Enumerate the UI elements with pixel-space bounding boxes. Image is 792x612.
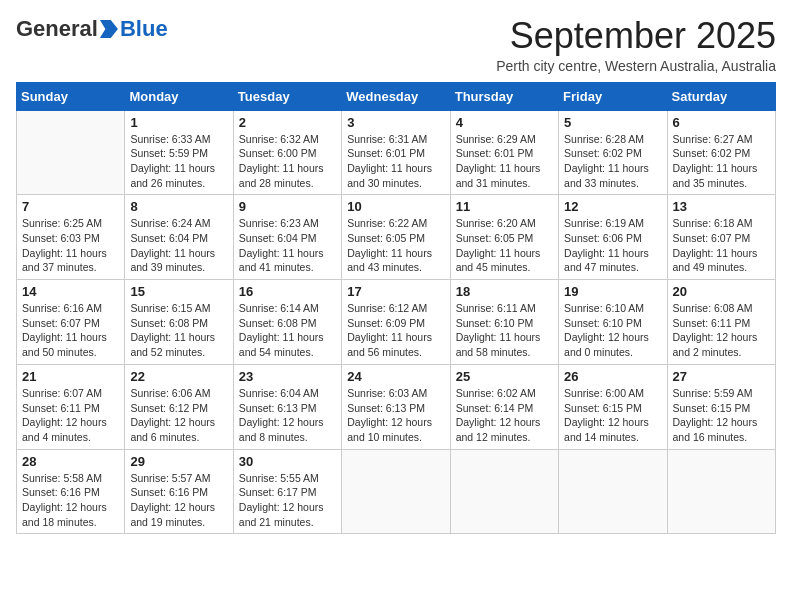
day-info: Sunrise: 5:57 AM Sunset: 6:16 PM Dayligh… <box>130 471 227 530</box>
calendar-week-row: 14Sunrise: 6:16 AM Sunset: 6:07 PM Dayli… <box>17 280 776 365</box>
calendar-cell: 17Sunrise: 6:12 AM Sunset: 6:09 PM Dayli… <box>342 280 450 365</box>
day-number: 16 <box>239 284 336 299</box>
day-info: Sunrise: 6:31 AM Sunset: 6:01 PM Dayligh… <box>347 132 444 191</box>
calendar-cell: 3Sunrise: 6:31 AM Sunset: 6:01 PM Daylig… <box>342 110 450 195</box>
calendar-header-sunday: Sunday <box>17 82 125 110</box>
day-number: 30 <box>239 454 336 469</box>
calendar-cell: 5Sunrise: 6:28 AM Sunset: 6:02 PM Daylig… <box>559 110 667 195</box>
day-info: Sunrise: 6:15 AM Sunset: 6:08 PM Dayligh… <box>130 301 227 360</box>
day-info: Sunrise: 6:10 AM Sunset: 6:10 PM Dayligh… <box>564 301 661 360</box>
calendar-cell: 23Sunrise: 6:04 AM Sunset: 6:13 PM Dayli… <box>233 364 341 449</box>
day-info: Sunrise: 6:06 AM Sunset: 6:12 PM Dayligh… <box>130 386 227 445</box>
calendar-cell: 21Sunrise: 6:07 AM Sunset: 6:11 PM Dayli… <box>17 364 125 449</box>
calendar-cell: 25Sunrise: 6:02 AM Sunset: 6:14 PM Dayli… <box>450 364 558 449</box>
calendar-cell <box>342 449 450 534</box>
day-number: 5 <box>564 115 661 130</box>
day-info: Sunrise: 6:20 AM Sunset: 6:05 PM Dayligh… <box>456 216 553 275</box>
calendar-header-monday: Monday <box>125 82 233 110</box>
calendar-header-tuesday: Tuesday <box>233 82 341 110</box>
day-number: 28 <box>22 454 119 469</box>
day-number: 18 <box>456 284 553 299</box>
day-info: Sunrise: 5:55 AM Sunset: 6:17 PM Dayligh… <box>239 471 336 530</box>
day-info: Sunrise: 6:22 AM Sunset: 6:05 PM Dayligh… <box>347 216 444 275</box>
day-number: 15 <box>130 284 227 299</box>
day-number: 12 <box>564 199 661 214</box>
logo-blue-text: Blue <box>120 16 168 42</box>
month-title: September 2025 <box>496 16 776 56</box>
day-info: Sunrise: 5:58 AM Sunset: 6:16 PM Dayligh… <box>22 471 119 530</box>
title-block: September 2025 Perth city centre, Wester… <box>496 16 776 74</box>
day-info: Sunrise: 6:04 AM Sunset: 6:13 PM Dayligh… <box>239 386 336 445</box>
logo-general-text: General <box>16 16 98 42</box>
calendar-cell: 13Sunrise: 6:18 AM Sunset: 6:07 PM Dayli… <box>667 195 775 280</box>
calendar-cell: 10Sunrise: 6:22 AM Sunset: 6:05 PM Dayli… <box>342 195 450 280</box>
calendar-cell: 22Sunrise: 6:06 AM Sunset: 6:12 PM Dayli… <box>125 364 233 449</box>
day-number: 1 <box>130 115 227 130</box>
calendar-cell <box>667 449 775 534</box>
location-title: Perth city centre, Western Australia, Au… <box>496 58 776 74</box>
day-info: Sunrise: 6:12 AM Sunset: 6:09 PM Dayligh… <box>347 301 444 360</box>
calendar-cell: 12Sunrise: 6:19 AM Sunset: 6:06 PM Dayli… <box>559 195 667 280</box>
calendar-week-row: 7Sunrise: 6:25 AM Sunset: 6:03 PM Daylig… <box>17 195 776 280</box>
calendar-cell <box>17 110 125 195</box>
day-number: 2 <box>239 115 336 130</box>
day-info: Sunrise: 6:32 AM Sunset: 6:00 PM Dayligh… <box>239 132 336 191</box>
calendar-cell: 6Sunrise: 6:27 AM Sunset: 6:02 PM Daylig… <box>667 110 775 195</box>
day-number: 25 <box>456 369 553 384</box>
calendar-header-wednesday: Wednesday <box>342 82 450 110</box>
day-info: Sunrise: 6:28 AM Sunset: 6:02 PM Dayligh… <box>564 132 661 191</box>
calendar-cell: 9Sunrise: 6:23 AM Sunset: 6:04 PM Daylig… <box>233 195 341 280</box>
day-info: Sunrise: 6:18 AM Sunset: 6:07 PM Dayligh… <box>673 216 770 275</box>
logo: General Blue <box>16 16 168 42</box>
calendar-cell: 26Sunrise: 6:00 AM Sunset: 6:15 PM Dayli… <box>559 364 667 449</box>
day-number: 23 <box>239 369 336 384</box>
calendar-body: 1Sunrise: 6:33 AM Sunset: 5:59 PM Daylig… <box>17 110 776 534</box>
calendar-cell: 7Sunrise: 6:25 AM Sunset: 6:03 PM Daylig… <box>17 195 125 280</box>
day-number: 14 <box>22 284 119 299</box>
day-number: 3 <box>347 115 444 130</box>
day-info: Sunrise: 6:14 AM Sunset: 6:08 PM Dayligh… <box>239 301 336 360</box>
calendar-cell: 27Sunrise: 5:59 AM Sunset: 6:15 PM Dayli… <box>667 364 775 449</box>
day-number: 24 <box>347 369 444 384</box>
day-info: Sunrise: 6:25 AM Sunset: 6:03 PM Dayligh… <box>22 216 119 275</box>
calendar-table: SundayMondayTuesdayWednesdayThursdayFrid… <box>16 82 776 535</box>
logo-icon <box>100 20 118 38</box>
day-info: Sunrise: 6:19 AM Sunset: 6:06 PM Dayligh… <box>564 216 661 275</box>
day-info: Sunrise: 6:27 AM Sunset: 6:02 PM Dayligh… <box>673 132 770 191</box>
day-info: Sunrise: 6:24 AM Sunset: 6:04 PM Dayligh… <box>130 216 227 275</box>
day-info: Sunrise: 6:00 AM Sunset: 6:15 PM Dayligh… <box>564 386 661 445</box>
day-info: Sunrise: 6:16 AM Sunset: 6:07 PM Dayligh… <box>22 301 119 360</box>
day-number: 4 <box>456 115 553 130</box>
day-number: 8 <box>130 199 227 214</box>
day-number: 10 <box>347 199 444 214</box>
day-number: 19 <box>564 284 661 299</box>
calendar-cell <box>450 449 558 534</box>
calendar-cell: 18Sunrise: 6:11 AM Sunset: 6:10 PM Dayli… <box>450 280 558 365</box>
calendar-week-row: 21Sunrise: 6:07 AM Sunset: 6:11 PM Dayli… <box>17 364 776 449</box>
day-number: 26 <box>564 369 661 384</box>
calendar-cell <box>559 449 667 534</box>
day-info: Sunrise: 6:23 AM Sunset: 6:04 PM Dayligh… <box>239 216 336 275</box>
day-number: 17 <box>347 284 444 299</box>
day-number: 11 <box>456 199 553 214</box>
day-info: Sunrise: 6:33 AM Sunset: 5:59 PM Dayligh… <box>130 132 227 191</box>
calendar-header-thursday: Thursday <box>450 82 558 110</box>
calendar-cell: 14Sunrise: 6:16 AM Sunset: 6:07 PM Dayli… <box>17 280 125 365</box>
day-info: Sunrise: 6:29 AM Sunset: 6:01 PM Dayligh… <box>456 132 553 191</box>
calendar-cell: 4Sunrise: 6:29 AM Sunset: 6:01 PM Daylig… <box>450 110 558 195</box>
day-number: 9 <box>239 199 336 214</box>
calendar-cell: 16Sunrise: 6:14 AM Sunset: 6:08 PM Dayli… <box>233 280 341 365</box>
calendar-week-row: 28Sunrise: 5:58 AM Sunset: 6:16 PM Dayli… <box>17 449 776 534</box>
day-number: 7 <box>22 199 119 214</box>
day-number: 13 <box>673 199 770 214</box>
calendar-cell: 2Sunrise: 6:32 AM Sunset: 6:00 PM Daylig… <box>233 110 341 195</box>
calendar-header-saturday: Saturday <box>667 82 775 110</box>
day-info: Sunrise: 5:59 AM Sunset: 6:15 PM Dayligh… <box>673 386 770 445</box>
calendar-cell: 30Sunrise: 5:55 AM Sunset: 6:17 PM Dayli… <box>233 449 341 534</box>
calendar-header-row: SundayMondayTuesdayWednesdayThursdayFrid… <box>17 82 776 110</box>
day-number: 29 <box>130 454 227 469</box>
calendar-cell: 29Sunrise: 5:57 AM Sunset: 6:16 PM Dayli… <box>125 449 233 534</box>
day-number: 6 <box>673 115 770 130</box>
calendar-header-friday: Friday <box>559 82 667 110</box>
calendar-cell: 1Sunrise: 6:33 AM Sunset: 5:59 PM Daylig… <box>125 110 233 195</box>
